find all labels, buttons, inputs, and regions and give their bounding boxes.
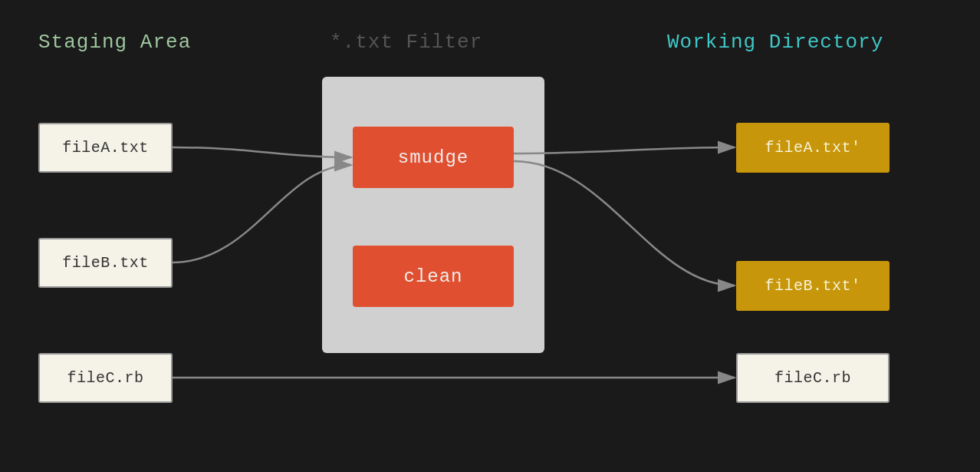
action-clean: clean [353,246,514,307]
action-smudge: smudge [353,127,514,188]
filter-box [322,77,544,353]
working-file-c: fileC.rb [736,353,890,403]
staging-file-c: fileC.rb [38,353,173,403]
staging-file-b: fileB.txt [38,238,173,288]
working-file-b: fileB.txt' [736,261,890,311]
staging-file-a: fileA.txt [38,123,173,173]
header-working: Working Directory [667,31,883,54]
diagram: Staging Area *.txt Filter Working Direct… [0,0,980,472]
working-file-a: fileA.txt' [736,123,890,173]
header-filter: *.txt Filter [330,31,482,54]
header-staging: Staging Area [38,31,191,54]
